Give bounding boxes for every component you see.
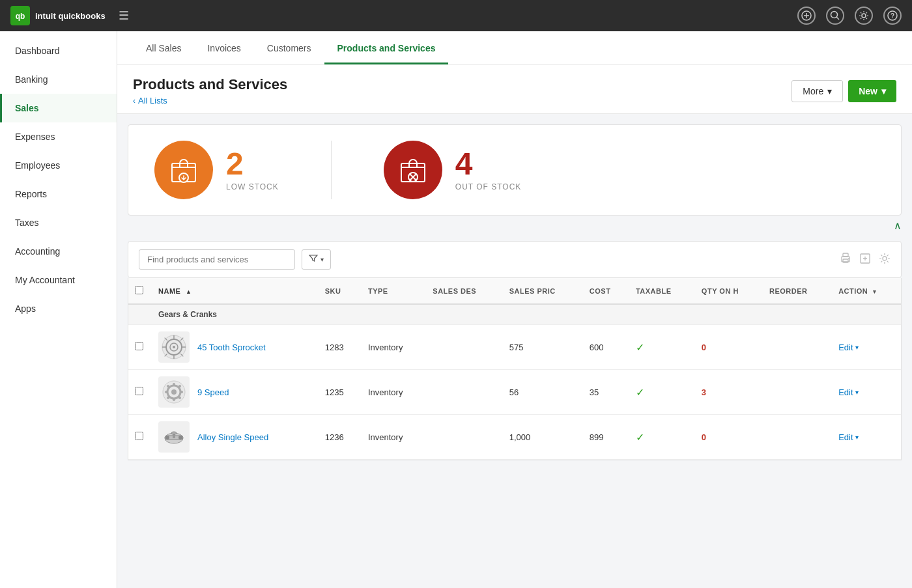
col-header-taxable[interactable]: TAXABLE	[629, 278, 695, 304]
column-settings-icon[interactable]	[879, 253, 891, 267]
more-chevron-icon: ▾	[827, 86, 832, 96]
product-cell: 9 Speed	[158, 376, 312, 408]
product-image	[158, 331, 190, 363]
filter-left: ▾	[139, 249, 331, 270]
sidebar-item-sales[interactable]: Sales	[0, 94, 117, 122]
product-cost: 35	[583, 370, 629, 415]
product-name-cell: 9 Speed	[152, 370, 319, 415]
row-checkbox[interactable]	[135, 432, 143, 440]
help-icon[interactable]: ?	[883, 7, 902, 25]
svg-point-43	[178, 385, 181, 387]
low-stock-info: 2 LOW STOCK	[226, 148, 279, 191]
col-header-reorder[interactable]: REORDER	[763, 278, 832, 304]
sidebar-item-employees[interactable]: Employees	[0, 151, 117, 180]
product-reorder	[763, 415, 832, 460]
taxable-check-icon: ✓	[636, 342, 644, 353]
low-stock-card[interactable]: 2 LOW STOCK	[154, 141, 279, 199]
taxable-check-icon: ✓	[636, 387, 644, 398]
brand-logo[interactable]: qb intuit quickbooks	[10, 6, 106, 25]
stock-section: 2 LOW STOCK 4	[128, 124, 902, 216]
product-qty: 0	[695, 325, 763, 370]
breadcrumb[interactable]: ‹ All Lists	[133, 96, 287, 105]
group-name: Gears & Cranks	[152, 304, 901, 325]
row-checkbox[interactable]	[135, 342, 143, 350]
out-of-stock-circle	[384, 141, 442, 199]
col-header-sales-desc[interactable]: SALES DES	[426, 278, 502, 304]
svg-point-36	[171, 389, 177, 395]
page-title: Products and Services	[133, 76, 287, 93]
product-name[interactable]: Alloy Single Speed	[197, 432, 268, 442]
add-icon[interactable]	[797, 7, 816, 25]
out-of-stock-label: OUT OF STOCK	[455, 182, 522, 191]
product-name[interactable]: 9 Speed	[197, 387, 229, 397]
product-sku: 1236	[319, 415, 362, 460]
filter-dropdown-icon: ▾	[321, 256, 324, 263]
main-layout: Dashboard Banking Sales Expenses Employe…	[0, 31, 912, 588]
tab-all-sales[interactable]: All Sales	[133, 31, 194, 64]
col-header-sales-price[interactable]: SALES PRIC	[503, 278, 583, 304]
top-navigation: qb intuit quickbooks ☰	[0, 0, 912, 31]
product-image	[158, 421, 190, 453]
more-button[interactable]: More ▾	[791, 80, 843, 102]
search-input[interactable]	[139, 249, 295, 270]
edit-label: Edit	[838, 432, 853, 442]
select-all-checkbox[interactable]	[135, 286, 143, 294]
sidebar-item-apps[interactable]: Apps	[0, 294, 117, 323]
product-sales-desc	[426, 370, 502, 415]
out-of-stock-card[interactable]: 4 OUT OF STOCK	[384, 141, 522, 199]
col-header-qty[interactable]: QTY ON H	[695, 278, 763, 304]
col-header-type[interactable]: TYPE	[362, 278, 426, 304]
row-checkbox[interactable]	[135, 387, 143, 395]
product-name-cell: 45 Tooth Sprocket	[152, 325, 319, 370]
collapse-icon[interactable]: ∧	[894, 219, 902, 232]
tab-customers[interactable]: Customers	[254, 31, 324, 64]
search-icon[interactable]	[826, 7, 844, 25]
product-reorder	[763, 325, 832, 370]
sidebar-item-expenses[interactable]: Expenses	[0, 122, 117, 151]
edit-label: Edit	[838, 343, 853, 352]
product-cost: 600	[583, 325, 629, 370]
svg-point-7	[862, 14, 866, 18]
products-table: NAME ▲ SKU TYPE SALES DES SALES PRIC COS…	[128, 278, 901, 460]
hamburger-menu-icon[interactable]: ☰	[119, 8, 129, 23]
products-table-wrapper: NAME ▲ SKU TYPE SALES DES SALES PRIC COS…	[128, 278, 902, 460]
svg-point-42	[178, 397, 181, 399]
table-row: 45 Tooth Sprocket 1283 Inventory 575 600…	[128, 325, 901, 370]
edit-button[interactable]: Edit ▾	[838, 343, 894, 352]
sidebar-item-taxes[interactable]: Taxes	[0, 208, 117, 237]
svg-point-47	[165, 436, 169, 440]
more-label: More	[803, 86, 823, 96]
filter-funnel-icon	[309, 254, 318, 265]
edit-button[interactable]: Edit ▾	[838, 387, 894, 397]
product-name[interactable]: 45 Tooth Sprocket	[197, 343, 266, 352]
product-type: Inventory	[362, 415, 426, 460]
sidebar-item-my-accountant[interactable]: My Accountant	[0, 266, 117, 294]
edit-button[interactable]: Edit ▾	[838, 432, 894, 442]
settings-icon[interactable]	[855, 7, 873, 25]
svg-point-19	[848, 258, 849, 259]
svg-point-40	[180, 391, 183, 393]
taxable-check-icon: ✓	[636, 432, 644, 443]
col-header-name[interactable]: NAME ▲	[152, 278, 319, 304]
product-cost: 899	[583, 415, 629, 460]
sidebar-item-dashboard[interactable]: Dashboard	[0, 36, 117, 65]
tab-invoices[interactable]: Invoices	[194, 31, 253, 64]
col-header-cost[interactable]: COST	[583, 278, 629, 304]
select-all-header	[128, 278, 152, 304]
new-button[interactable]: New ▾	[848, 80, 896, 102]
export-icon[interactable]	[859, 253, 871, 267]
print-icon[interactable]	[840, 253, 851, 267]
product-type: Inventory	[362, 325, 426, 370]
filter-button[interactable]: ▾	[302, 249, 331, 270]
quickbooks-logo-icon: qb	[10, 6, 30, 25]
sidebar-item-reports[interactable]: Reports	[0, 180, 117, 208]
tab-products-services[interactable]: Products and Services	[324, 31, 449, 64]
sidebar-item-banking[interactable]: Banking	[0, 65, 117, 94]
svg-line-6	[836, 17, 839, 20]
filter-bar: ▾	[128, 241, 902, 278]
product-sales-desc	[426, 415, 502, 460]
col-header-sku[interactable]: SKU	[319, 278, 362, 304]
out-of-stock-info: 4 OUT OF STOCK	[455, 148, 522, 191]
sidebar-item-accounting[interactable]: Accounting	[0, 237, 117, 266]
col-header-action[interactable]: ACTION ▾	[832, 278, 901, 304]
